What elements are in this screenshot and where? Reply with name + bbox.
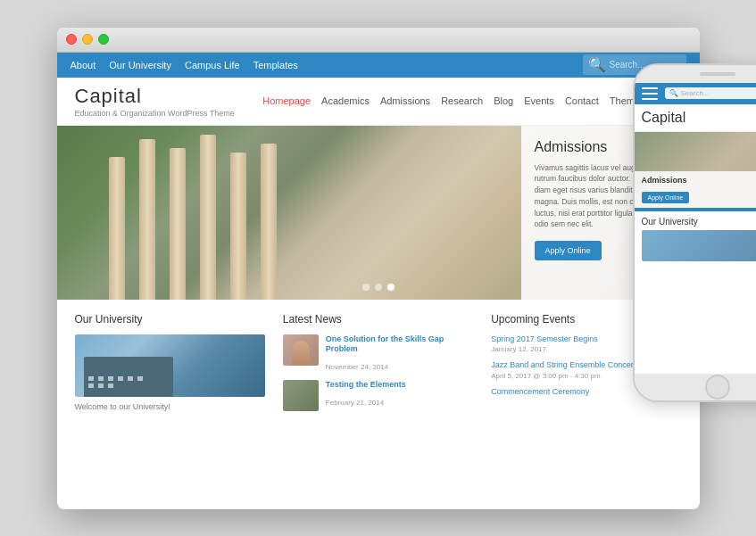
phone-hero-title: Admissions	[642, 176, 757, 185]
news-title-1[interactable]: One Solution for the Skills Gap Problem	[326, 334, 473, 355]
hero-dot-1[interactable]	[362, 284, 370, 291]
phone-menu-icon[interactable]	[642, 87, 658, 100]
phone-site-title: Capital	[642, 110, 686, 126]
menu-line-2	[642, 93, 658, 95]
phone-hero: Admissions Apply Online	[635, 132, 757, 208]
admin-bar: About Our University Campus Life Templat…	[57, 53, 700, 78]
our-university-heading: Our University	[75, 313, 265, 326]
phone-hero-overlay: Admissions Apply Online	[635, 171, 757, 208]
menu-line-1	[642, 87, 658, 89]
phone-bottom-bar	[635, 374, 757, 400]
news-thumb-2	[283, 380, 319, 411]
site-subtitle: Education & Organization WordPress Theme	[75, 109, 235, 118]
content-area: Our University Welcome to our University…	[57, 300, 700, 460]
maximize-button[interactable]	[98, 34, 109, 45]
phone-apply-button[interactable]: Apply Online	[642, 192, 690, 203]
latest-news-heading: Latest News	[283, 313, 473, 326]
phone-home-button[interactable]	[705, 375, 730, 400]
titlebar	[57, 28, 700, 53]
browser-content: About Our University Campus Life Templat…	[57, 53, 700, 509]
phone-our-university: Our University	[635, 211, 757, 267]
search-icon: 🔍	[588, 56, 606, 73]
admin-bar-university[interactable]: Our University	[109, 60, 171, 70]
nav-contact[interactable]: Contact	[565, 95, 599, 106]
close-button[interactable]	[66, 34, 77, 45]
column-3	[170, 148, 186, 300]
minimize-button[interactable]	[82, 34, 93, 45]
site-logo: Capital Education & Organization WordPre…	[75, 85, 235, 118]
hero-dots	[362, 284, 395, 291]
nav-events[interactable]: Events	[524, 95, 554, 106]
nav-admissions[interactable]: Admissions	[380, 95, 430, 106]
news-item-1: One Solution for the Skills Gap Problem …	[283, 334, 473, 373]
university-image	[75, 334, 265, 397]
phone-outer: 🔍 Search... Capital Admiss	[633, 63, 757, 402]
admin-bar-campus[interactable]: Campus Life	[185, 60, 240, 70]
phone-logo-bar: Capital	[635, 104, 757, 132]
column-2	[139, 139, 155, 300]
news-date-2: February 21, 2014	[326, 399, 384, 407]
latest-news-section: Latest News One Solution for the Skills …	[283, 313, 473, 447]
hero-dot-3[interactable]	[387, 284, 395, 291]
news-date-1: November 24, 2014	[326, 363, 388, 371]
phone-top-bar: 🔍 Search...	[635, 83, 757, 104]
university-caption: Welcome to our University!	[75, 402, 265, 411]
nav-academics[interactable]: Academics	[321, 95, 370, 106]
phone-screen: 🔍 Search... Capital Admiss	[635, 83, 757, 374]
mac-window: About Our University Campus Life Templat…	[57, 28, 700, 509]
building-windows	[88, 376, 145, 388]
menu-line-3	[642, 98, 658, 100]
phone-search-bar[interactable]: 🔍 Search...	[665, 87, 757, 99]
phone-section-title: Our University	[642, 217, 757, 227]
news-item-2: Testing the Elements February 21, 2014	[283, 380, 473, 411]
hero-columns-decoration	[102, 130, 459, 300]
phone-search-placeholder: Search...	[681, 89, 710, 97]
column-5	[230, 153, 246, 300]
site-header: Capital Education & Organization WordPre…	[57, 78, 700, 126]
nav-research[interactable]: Research	[441, 95, 483, 106]
admin-bar-templates[interactable]: Templates	[253, 60, 298, 70]
phone-search-icon: 🔍	[669, 89, 678, 97]
news-content-2: Testing the Elements February 21, 2014	[326, 380, 406, 408]
column-4	[200, 135, 216, 300]
main-nav: Homepage Academics Admissions Research B…	[262, 95, 681, 106]
phone-section-image	[642, 230, 757, 261]
column-6	[261, 144, 277, 300]
phone-speaker	[700, 72, 735, 76]
nav-blog[interactable]: Blog	[494, 95, 513, 106]
admin-bar-about[interactable]: About	[71, 60, 96, 70]
news-content-1: One Solution for the Skills Gap Problem …	[326, 334, 473, 373]
phone-mockup: 🔍 Search... Capital Admiss	[628, 45, 757, 420]
news-title-2[interactable]: Testing the Elements	[326, 380, 406, 391]
apply-online-button[interactable]: Apply Online	[535, 241, 602, 260]
hero-dot-2[interactable]	[375, 284, 382, 291]
hero-section: Admissions Vivamus sagittis lacus vel au…	[57, 126, 700, 300]
site-title: Capital	[75, 85, 235, 108]
nav-homepage[interactable]: Homepage	[262, 95, 311, 106]
column-1	[109, 157, 125, 300]
news-thumb-1	[283, 334, 319, 366]
phone-notch	[635, 65, 757, 83]
our-university-section: Our University Welcome to our University…	[75, 313, 265, 447]
